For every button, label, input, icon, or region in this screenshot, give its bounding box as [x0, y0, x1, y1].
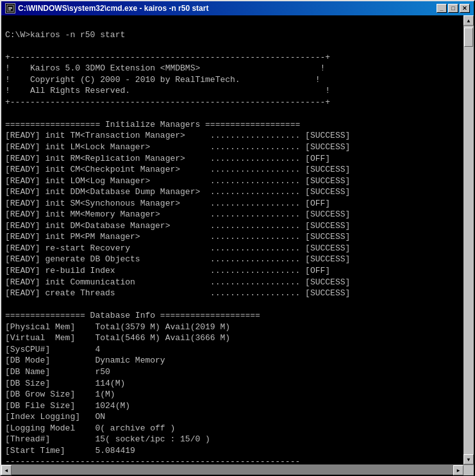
- window-title: C:\WINDOWS\system32\cmd.exe - kairos -n …: [18, 4, 208, 13]
- scroll-track-h[interactable]: [12, 465, 453, 475]
- minimize-button[interactable]: _: [437, 4, 447, 13]
- maximize-button[interactable]: □: [448, 4, 458, 13]
- svg-rect-2: [8, 8, 12, 9]
- scroll-right-button[interactable]: ►: [453, 465, 463, 475]
- scroll-down-button[interactable]: ▼: [463, 454, 474, 464]
- cmd-window: C:\WINDOWS\system32\cmd.exe - kairos -n …: [0, 0, 475, 476]
- scroll-track-v[interactable]: [463, 26, 474, 454]
- window-icon: [5, 3, 15, 13]
- scroll-thumb-v[interactable]: [464, 28, 473, 47]
- console-output: C:\W>kairos -n r50 start +--------------…: [1, 15, 463, 464]
- title-bar-left: C:\WINDOWS\system32\cmd.exe - kairos -n …: [5, 3, 208, 13]
- vertical-scrollbar[interactable]: ▲ ▼: [463, 15, 474, 464]
- svg-rect-3: [8, 10, 11, 10]
- title-bar: C:\WINDOWS\system32\cmd.exe - kairos -n …: [1, 1, 474, 15]
- scrollbar-corner: [463, 465, 474, 475]
- horizontal-scrollbar[interactable]: ◄ ►: [1, 464, 474, 475]
- scroll-up-button[interactable]: ▲: [463, 15, 474, 26]
- console-line: +---------------------------------------…: [5, 53, 350, 464]
- window-controls: _ □ ✕: [437, 4, 470, 13]
- scroll-left-button[interactable]: ◄: [1, 465, 12, 475]
- svg-rect-1: [8, 7, 12, 8]
- close-button[interactable]: ✕: [460, 4, 470, 13]
- prompt-line: C:\W>kairos -n r50 start: [5, 30, 125, 40]
